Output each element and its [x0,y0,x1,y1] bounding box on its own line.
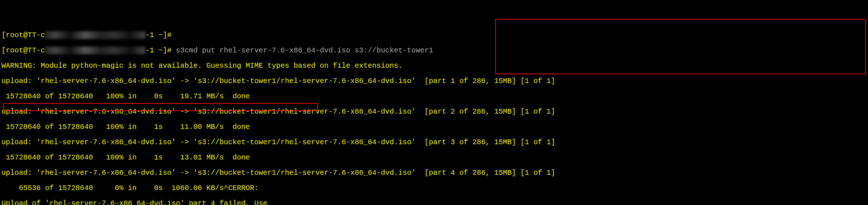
command: s3cmd put rhel-server-7.6-x86_64-dvd.iso… [171,46,433,55]
progress-line-3: 15728640 of 15728640 100% in 1s 13.01 MB… [1,154,867,161]
prompt-prefix: [root@TT-c [1,46,45,55]
upload-line-1: upload: 'rhel-server-7.6-x86_64-dvd.iso'… [1,77,867,85]
prompt-top-blur: xxxxxxxxxxxxxxxxxxxxxxx [45,31,145,39]
upload-line-2: upload: 'rhel-server-7.6-x86_64-dvd.iso'… [1,108,867,115]
progress-line-4: 65536 of 15728640 0% in 0s 1060.06 KB/s^… [1,184,867,192]
prompt-top-prefix: [root@TT-c [1,31,45,39]
progress-line-1: 15728640 of 15728640 100% in 0s 19.71 MB… [1,92,867,100]
upload-line-4: upload: 'rhel-server-7.6-x86_64-dvd.iso'… [1,169,867,177]
prompt-top-suffix: -1 ~]# [145,31,171,39]
progress-line-2: 15728640 of 15728640 100% in 1s 11.00 MB… [1,123,867,131]
error-line-1: Upload of 'rhel-server-7.6-x86_64-dvd.is… [1,200,867,205]
warning-line: WARNING: Module python-magic is not avai… [1,62,867,70]
prompt-suffix: -1 ~]# [145,46,171,55]
prompt-blur: xxxxxxxxxxxxxxxxxxxxxxx [45,47,145,54]
upload-line-3: upload: 'rhel-server-7.6-x86_64-dvd.iso'… [1,138,867,146]
